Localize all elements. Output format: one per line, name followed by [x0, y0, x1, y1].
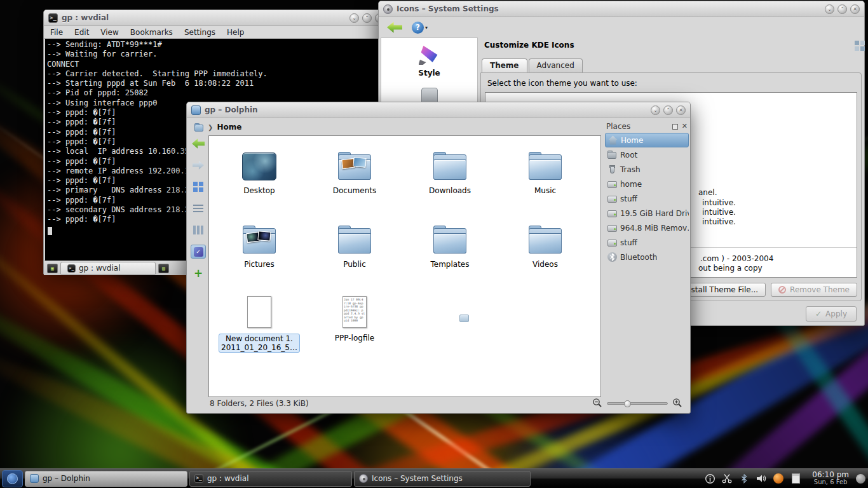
klipper-scissors-icon[interactable]	[721, 473, 733, 484]
clipboard-notes-icon[interactable]	[790, 473, 801, 484]
close-button[interactable]: ✕	[850, 4, 860, 14]
konsole-menubar: File Edit View Bookmarks Settings Help	[44, 26, 389, 39]
digital-clock[interactable]: 06:10 pm Sun, 6 Feb	[807, 471, 854, 486]
launcher-logo-icon	[7, 473, 18, 484]
back-button[interactable]	[384, 20, 405, 35]
menu-edit[interactable]: Edit	[74, 28, 89, 37]
taskbar-item-dolphin[interactable]: gp – Dolphin	[25, 471, 187, 487]
minimize-button[interactable]: ⌄	[825, 4, 834, 14]
zoom-in-button[interactable]	[672, 398, 682, 410]
new-tab-button[interactable]: ▣	[47, 264, 58, 273]
back-button[interactable]	[191, 137, 206, 151]
compact-view-button[interactable]	[191, 201, 206, 215]
task-label: Icons – System Settings	[372, 474, 463, 483]
close-button[interactable]: ✕	[676, 105, 686, 115]
menu-file[interactable]: File	[50, 28, 63, 37]
zoom-slider[interactable]	[607, 402, 668, 405]
tab-advanced[interactable]: Advanced	[529, 58, 583, 72]
folder-item-pictures[interactable]: Pictures	[212, 215, 307, 288]
menu-bookmarks[interactable]: Bookmarks	[130, 28, 173, 37]
app-launcher-button[interactable]	[2, 470, 23, 487]
zoom-slider-handle[interactable]	[624, 400, 631, 407]
place-removable[interactable]: 964.8 MiB Remov…	[605, 220, 689, 235]
split-view-button[interactable]: +	[191, 266, 206, 280]
folder-view[interactable]: Desktop Documents Downloads Music	[208, 135, 601, 397]
page-title: Customize KDE Icons	[484, 41, 574, 50]
folder-item-desktop[interactable]: Desktop	[212, 141, 307, 215]
drive-icon	[607, 194, 617, 203]
close-panel-button[interactable]: ✕	[682, 123, 688, 130]
konsole-titlebar[interactable]: >_ gp : wvdial ⌄ ⌃ ✕	[44, 10, 389, 26]
menu-view[interactable]: View	[100, 28, 118, 37]
file-item-ppp-logfile[interactable]: Jan 17 09:4 7:18 gp-Asp ire-5738 pp pd[1…	[307, 288, 402, 362]
status-text: 8 Folders, 2 Files (3.3 KiB)	[210, 399, 309, 408]
forward-button[interactable]	[191, 158, 206, 172]
tab-list-button[interactable]: ▥	[158, 264, 169, 273]
theme-tabs: Theme Advanced	[482, 58, 583, 72]
preview-toggle-button[interactable]: ✓	[191, 245, 206, 259]
place-stuff[interactable]: stuff	[605, 191, 689, 206]
root-folder-icon	[607, 150, 617, 159]
folder-icon	[241, 225, 278, 254]
window-dolphin: gp – Dolphin ⌄ ⌃ ✕ ❯ Home ✓ + Desktop	[186, 102, 691, 414]
file-item-new-document[interactable]: New document 1. 2011_01_20_16_5…	[212, 288, 307, 362]
minimize-button[interactable]: ⌄	[651, 105, 660, 115]
task-label: gp : wvdial	[207, 474, 248, 483]
help-button[interactable]: ? ▾	[412, 22, 428, 34]
maximize-button[interactable]: ⌃	[837, 4, 847, 14]
system-settings-titlebar[interactable]: Icons – System Settings ⌄ ⌃ ✕	[379, 1, 864, 17]
zoom-out-button[interactable]	[592, 398, 602, 410]
place-label: stuff	[620, 194, 637, 203]
minimize-button[interactable]: ⌄	[349, 13, 359, 23]
taskbar-item-system-settings[interactable]: Icons – System Settings	[354, 471, 531, 487]
updates-tray-icon[interactable]	[773, 473, 784, 484]
panel-cashew-button[interactable]	[856, 474, 865, 484]
drive-icon	[607, 179, 617, 189]
sidebar-item-style[interactable]: Style	[381, 38, 477, 78]
folder-item-music[interactable]: Music	[498, 141, 593, 215]
folder-item-downloads[interactable]: Downloads	[402, 141, 498, 215]
maximize-button[interactable]: ⌃	[663, 105, 673, 115]
home-icon	[608, 135, 618, 145]
tab-theme[interactable]: Theme	[482, 58, 527, 72]
remove-theme-button[interactable]: Remove Theme	[771, 283, 857, 297]
place-home[interactable]: Home	[605, 133, 689, 147]
menu-settings[interactable]: Settings	[184, 28, 215, 37]
place-stuff-2[interactable]: stuff	[605, 235, 689, 250]
orange-status-icon	[773, 473, 783, 484]
home-folder-icon	[194, 123, 204, 132]
theme-list-text-fragment: intuitive.	[702, 208, 736, 217]
place-home-device[interactable]: home	[605, 177, 689, 191]
trash-icon	[607, 165, 617, 174]
terminal-cursor	[48, 227, 52, 235]
folder-item-templates[interactable]: Templates	[402, 215, 498, 288]
place-hard-drive[interactable]: 19.5 GiB Hard Drive	[605, 206, 689, 220]
chevron-down-icon: ▾	[425, 25, 428, 30]
place-bluetooth[interactable]: Bluetooth	[605, 250, 689, 264]
folder-item-videos[interactable]: Videos	[498, 215, 593, 288]
float-panel-button[interactable]	[672, 124, 678, 130]
details-view-button[interactable]	[191, 223, 206, 237]
menu-help[interactable]: Help	[227, 28, 244, 37]
maximize-button[interactable]: ⌃	[362, 13, 372, 23]
places-panel-title: Places	[606, 122, 630, 131]
breadcrumb-home[interactable]: Home	[217, 123, 241, 132]
apply-button[interactable]: ✓ Apply	[806, 306, 857, 322]
dolphin-titlebar[interactable]: gp – Dolphin ⌄ ⌃ ✕	[187, 102, 690, 118]
place-root[interactable]: Root	[605, 147, 689, 162]
terminal-tab[interactable]: >_ gp : wvdial	[60, 262, 156, 274]
bluetooth-tray-icon[interactable]	[738, 473, 750, 484]
theme-list-text-fragment: anel.	[698, 188, 717, 197]
tab-terminal-icon: >_	[67, 264, 76, 273]
volume-icon[interactable]	[756, 473, 767, 484]
system-settings-toolbar: ? ▾	[379, 17, 864, 37]
dolphin-task-icon	[30, 474, 39, 483]
folder-item-documents[interactable]: Documents	[307, 141, 402, 215]
taskbar-item-konsole[interactable]: >_ gp : wvdial	[189, 471, 352, 487]
icons-view-button[interactable]	[191, 180, 206, 194]
notifications-icon[interactable]	[704, 473, 715, 484]
place-trash[interactable]: Trash	[605, 162, 689, 177]
folder-icon	[336, 225, 373, 254]
folder-item-public[interactable]: Public	[307, 215, 402, 288]
system-settings-window-title: Icons – System Settings	[397, 4, 499, 13]
